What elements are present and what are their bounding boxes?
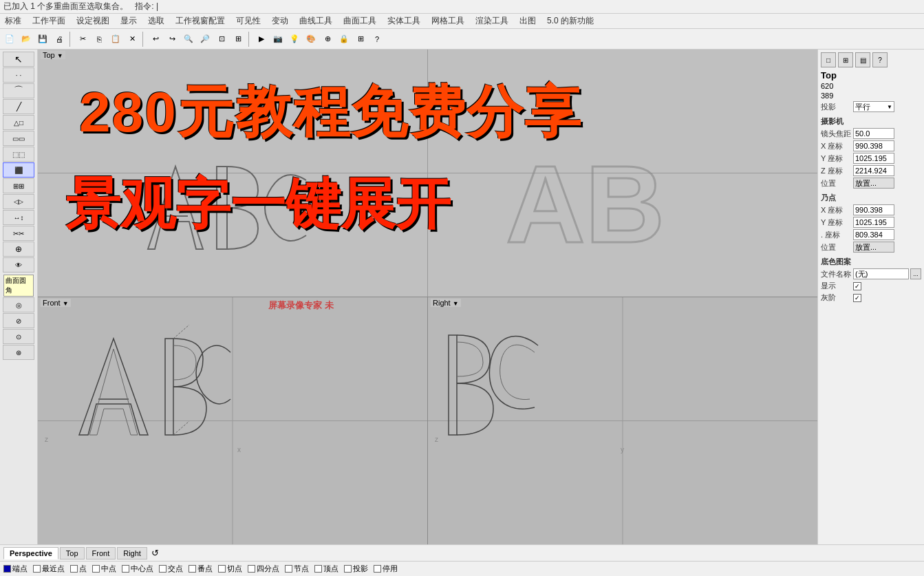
snap-midpoint-checkbox[interactable]: [92, 565, 100, 573]
menu-mesh-tools[interactable]: 网格工具: [430, 14, 466, 28]
lt-analysis[interactable]: ✂✂: [3, 226, 34, 241]
rp-display-checkbox[interactable]: [853, 282, 861, 290]
lt-point[interactable]: · ·: [3, 67, 34, 83]
rp-filename-value[interactable]: (无): [853, 268, 909, 279]
lt-b4[interactable]: ⊛: [3, 345, 34, 360]
viewport-right-label[interactable]: Right ▼: [431, 299, 461, 307]
toolbar-new[interactable]: 📄: [2, 32, 17, 47]
lt-b3[interactable]: ⊙: [3, 329, 34, 344]
snap-nearest-checkbox[interactable]: [33, 565, 41, 573]
toolbar-print[interactable]: 🖨: [52, 32, 67, 47]
menu-curve-tools[interactable]: 曲线工具: [298, 14, 334, 28]
rp-tgt-y-value[interactable]: 1025.195: [853, 217, 894, 228]
lt-surface[interactable]: ▭▭: [3, 131, 34, 146]
snap-vertex-checkbox[interactable]: [314, 565, 322, 573]
toolbar-open[interactable]: 📂: [19, 32, 34, 47]
toolbar-undo[interactable]: ↩: [148, 32, 163, 47]
rp-filename-browse[interactable]: ...: [910, 268, 921, 279]
toolbar-zoom-sel[interactable]: ⊞: [230, 32, 246, 47]
viewport-top-dropdown[interactable]: ▼: [57, 52, 63, 59]
menu-visibility[interactable]: 可见性: [235, 14, 262, 28]
rp-focal-value[interactable]: 50.0: [853, 128, 894, 139]
snap-tangent-checkbox[interactable]: [218, 565, 226, 573]
toolbar-save[interactable]: 💾: [35, 32, 50, 47]
toolbar-help[interactable]: ?: [369, 32, 385, 47]
lt-dim[interactable]: ◁▷: [3, 194, 34, 209]
lt-view[interactable]: 👁: [3, 257, 34, 273]
toolbar-delete[interactable]: ✕: [125, 32, 140, 47]
rp-icon-4[interactable]: ?: [872, 52, 888, 67]
viewport-front-dropdown[interactable]: ▼: [63, 300, 69, 307]
toolbar-paste[interactable]: 📋: [108, 32, 123, 47]
toolbar-light[interactable]: 💡: [287, 32, 302, 47]
rp-grayscale-checkbox[interactable]: [853, 294, 861, 302]
rp-cam-pos-btn[interactable]: 放置...: [853, 178, 894, 189]
rp-tgt-z-value[interactable]: 809.384: [853, 229, 894, 240]
snap-knot-checkbox[interactable]: [189, 565, 196, 573]
rp-tgt-x-value[interactable]: 990.398: [853, 204, 894, 215]
lt-solid[interactable]: ⬛: [3, 162, 34, 178]
toolbar-zoom-in[interactable]: 🔍: [181, 32, 196, 47]
menu-solid-tools[interactable]: 实体工具: [386, 14, 422, 28]
tab-front[interactable]: Front: [86, 547, 116, 559]
rp-tgt-pos-btn[interactable]: 放置...: [853, 242, 894, 253]
rp-icon-1[interactable]: □: [821, 52, 836, 67]
menu-setview[interactable]: 设定视图: [75, 14, 111, 28]
lt-poly[interactable]: △□: [3, 115, 34, 130]
menu-new-features[interactable]: 5.0 的新功能: [546, 14, 595, 28]
toolbar-mat[interactable]: 🎨: [303, 32, 319, 47]
lt-select[interactable]: ↖: [3, 52, 34, 67]
snap-endpoint-checkbox[interactable]: [3, 565, 11, 573]
rp-cam-y-value[interactable]: 1025.195: [853, 153, 894, 164]
snap-quadrant-checkbox[interactable]: [248, 565, 255, 573]
snap-disable-checkbox[interactable]: [374, 565, 381, 573]
lt-extrude[interactable]: ⬚⬚: [3, 147, 34, 162]
toolbar-snap[interactable]: ⊕: [320, 32, 335, 47]
lt-b2[interactable]: ⊘: [3, 313, 34, 328]
menu-surface-tools[interactable]: 曲面工具: [342, 14, 378, 28]
viewport-top-label[interactable]: Top ▼: [41, 51, 65, 59]
lt-transform[interactable]: ↔↕: [3, 210, 34, 225]
lt-snap[interactable]: ⊕: [3, 242, 34, 257]
snap-node-checkbox[interactable]: [285, 565, 292, 573]
toolbar-cam[interactable]: 📷: [270, 32, 286, 47]
menu-workplane[interactable]: 工作平面: [31, 14, 67, 28]
tab-refresh-icon[interactable]: ↺: [151, 548, 159, 558]
rp-cam-z-value[interactable]: 2214.924: [853, 165, 894, 176]
menu-print[interactable]: 出图: [518, 14, 537, 28]
toolbar-lock[interactable]: 🔒: [336, 32, 352, 47]
menu-transform[interactable]: 变动: [270, 14, 290, 28]
menu-select[interactable]: 选取: [147, 14, 166, 28]
rp-icon-3[interactable]: ▤: [855, 52, 870, 67]
menu-viewport-config[interactable]: 工作视窗配置: [174, 14, 226, 28]
toolbar-redo[interactable]: ↪: [164, 32, 180, 47]
rp-cam-x-value[interactable]: 990.398: [853, 140, 894, 151]
tab-top[interactable]: Top: [60, 547, 85, 559]
viewport-top[interactable]: Top ▼ AB y x: [38, 50, 817, 297]
menu-standard[interactable]: 标准: [3, 14, 23, 28]
snap-point-checkbox[interactable]: [70, 565, 78, 573]
viewport-front[interactable]: Front ▼: [38, 297, 427, 544]
lt-mesh[interactable]: ⊞⊞: [3, 178, 34, 193]
snap-intersect-checkbox[interactable]: [159, 565, 166, 573]
rp-icon-2[interactable]: ⊞: [838, 52, 853, 67]
lt-curve[interactable]: ⌒: [3, 83, 34, 98]
toolbar-copy[interactable]: ⎘: [92, 32, 107, 47]
viewport-right-dropdown[interactable]: ▼: [453, 300, 459, 307]
lt-line[interactable]: ╱: [3, 99, 34, 114]
viewport-right[interactable]: Right ▼ z y: [428, 297, 817, 544]
toolbar-grid[interactable]: ⊞: [353, 32, 368, 47]
toolbar-cut[interactable]: ✂: [75, 32, 90, 47]
tab-perspective[interactable]: Perspective: [3, 547, 58, 559]
toolbar-zoom-all[interactable]: ⊡: [214, 32, 229, 47]
toolbar-zoom-out[interactable]: 🔎: [197, 32, 213, 47]
menu-render-tools[interactable]: 渲染工具: [474, 14, 510, 28]
snap-center-checkbox[interactable]: [122, 565, 129, 573]
menu-display[interactable]: 显示: [119, 14, 138, 28]
tab-right[interactable]: Right: [117, 547, 147, 559]
viewport-front-label[interactable]: Front ▼: [41, 299, 71, 307]
snap-project-checkbox[interactable]: [344, 565, 352, 573]
lt-b1[interactable]: ◎: [3, 297, 34, 312]
toolbar-render[interactable]: ▶: [254, 32, 269, 47]
rp-proj-value[interactable]: 平行 ▼: [853, 101, 894, 112]
